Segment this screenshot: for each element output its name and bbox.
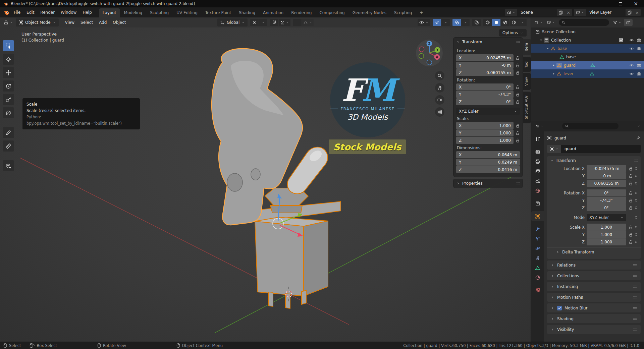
eye-icon[interactable] [629, 71, 634, 76]
eye-icon[interactable] [629, 46, 634, 51]
menu-render[interactable]: Render [37, 9, 58, 16]
lock-icon[interactable] [515, 131, 520, 135]
location-z-field[interactable]: Z0.060155 m [456, 69, 514, 76]
camera-icon[interactable] [637, 38, 641, 43]
panel-motion-blur[interactable]: Motion Blur [547, 303, 641, 312]
tab-scene[interactable] [531, 176, 544, 186]
sidebar-tab-shortcut-vur[interactable]: Shortcut VUr [523, 92, 531, 123]
camera-view-button[interactable] [435, 95, 444, 105]
properties-editor-type-button[interactable] [534, 123, 545, 129]
drag-grip-icon[interactable] [516, 41, 520, 43]
lock-icon[interactable] [628, 181, 633, 186]
tab-modifiers[interactable] [531, 224, 544, 234]
lock-icon[interactable] [515, 63, 520, 68]
camera-icon[interactable] [637, 71, 641, 76]
outliner-row-lever-object[interactable]: lever [531, 69, 644, 78]
breadcrumb-object-name[interactable]: guard [554, 136, 566, 140]
mode-dropdown[interactable]: Object Mode [16, 18, 59, 26]
scene-name-field[interactable]: Scene [517, 9, 557, 16]
tab-material[interactable] [531, 273, 544, 282]
animate-dot[interactable] [635, 207, 637, 209]
tool-select-box[interactable] [3, 40, 14, 51]
gizmo-dropdown[interactable] [441, 19, 450, 26]
tab-scripting[interactable]: Scripting [390, 8, 416, 17]
shading-dropdown[interactable] [518, 19, 527, 26]
drag-grip-icon[interactable] [516, 182, 520, 185]
rotation-y-field[interactable]: -74.3° [587, 197, 626, 204]
lock-icon[interactable] [628, 232, 633, 237]
animate-dot[interactable] [635, 192, 637, 194]
tab-physics[interactable] [531, 243, 544, 253]
expand-triangle-icon[interactable] [552, 72, 555, 75]
close-button[interactable]: × [634, 1, 638, 6]
lock-icon[interactable] [515, 138, 520, 143]
menu-add[interactable]: Add [96, 19, 110, 26]
zoom-button[interactable] [435, 71, 444, 80]
tab-uv-editing[interactable]: UV Editing [173, 8, 201, 17]
lock-icon[interactable] [515, 92, 520, 97]
animate-dot[interactable] [635, 233, 637, 236]
gizmo-neg-z-ball[interactable] [427, 60, 432, 65]
scale-y-field[interactable]: 1.000 [587, 231, 626, 238]
viewport-3d[interactable]: User Perspective (1) Collection | guard … [0, 27, 531, 342]
outliner-filter-dropdown[interactable] [612, 19, 623, 25]
show-gizmo-toggle[interactable] [433, 19, 441, 26]
properties-options-dropdown[interactable] [636, 124, 641, 128]
proportional-editing-button[interactable] [293, 19, 302, 26]
view-layer-new-button[interactable] [626, 9, 634, 16]
transform-panel-header[interactable]: Transform [547, 156, 641, 165]
gizmo-neg-x-ball[interactable] [419, 47, 424, 52]
location-x-field[interactable]: X-0.024575 m [456, 54, 514, 61]
properties-panel-header[interactable]: Properties [453, 179, 523, 188]
tab-render[interactable] [531, 147, 544, 157]
view-layer-browse-button[interactable] [574, 9, 586, 16]
scale-x-field[interactable]: 1.000 [587, 224, 626, 231]
model-base[interactable] [254, 188, 341, 308]
scale-z-field[interactable]: Z1.000 [456, 137, 514, 144]
view-layer-remove-button[interactable]: × [634, 9, 641, 16]
sidebar-tab-tool[interactable]: Tool [523, 57, 531, 72]
panel-instancing[interactable]: Instancing [547, 282, 641, 291]
lock-icon[interactable] [628, 174, 633, 178]
snap-settings-dropdown[interactable] [279, 19, 290, 26]
lock-icon[interactable] [515, 70, 520, 75]
animate-dot[interactable] [635, 167, 637, 170]
outliner-row-scene-collection[interactable]: Scene Collection [531, 27, 644, 36]
rotation-mode-dropdown[interactable]: XYZ Euler [456, 108, 520, 115]
object-id-browse-button[interactable] [547, 145, 561, 153]
tab-tool[interactable] [531, 134, 544, 144]
new-collection-button[interactable] [624, 19, 633, 26]
eye-icon[interactable] [629, 63, 634, 68]
overlays-dropdown[interactable] [461, 19, 470, 26]
pin-icon[interactable] [636, 136, 641, 140]
ortho-toggle-button[interactable] [435, 107, 444, 117]
blender-menu-icon[interactable] [3, 9, 9, 15]
sidebar-tab-item[interactable]: Item [523, 39, 531, 55]
lock-icon[interactable] [628, 166, 633, 171]
menu-object[interactable]: Object [110, 19, 129, 26]
dimensions-z-field[interactable]: Z0.0416 m [456, 166, 520, 173]
lock-icon[interactable] [515, 123, 520, 128]
tab-sculpting[interactable]: Sculpting [146, 8, 172, 17]
transform-orientation-dropdown[interactable]: Global [217, 18, 248, 26]
eye-icon[interactable] [629, 38, 634, 43]
tab-animation[interactable]: Animation [259, 8, 287, 17]
rotation-y-field[interactable]: Y-74.3° [456, 91, 514, 98]
tab-object[interactable] [531, 211, 544, 221]
gizmo-neg-y-ball[interactable] [419, 54, 424, 59]
rotation-x-field[interactable]: X0° [456, 83, 514, 91]
lock-icon[interactable] [515, 56, 520, 60]
tab-layout[interactable]: Layout [99, 8, 120, 17]
editor-type-button[interactable] [2, 19, 14, 26]
location-z-field[interactable]: 0.060155 m [587, 180, 626, 187]
menu-view[interactable]: View [62, 19, 77, 26]
tab-constraints[interactable] [531, 253, 544, 263]
add-workspace-button[interactable]: + [416, 8, 427, 17]
menu-help[interactable]: Help [79, 9, 95, 16]
delta-transform-subpanel[interactable]: Delta Transform [547, 247, 641, 256]
panel-shading[interactable]: Shading [547, 314, 641, 323]
tab-rendering[interactable]: Rendering [287, 8, 315, 17]
xray-toggle[interactable] [472, 19, 481, 26]
tab-geometry-nodes[interactable]: Geometry Nodes [349, 8, 390, 17]
show-overlays-toggle[interactable] [452, 19, 461, 26]
